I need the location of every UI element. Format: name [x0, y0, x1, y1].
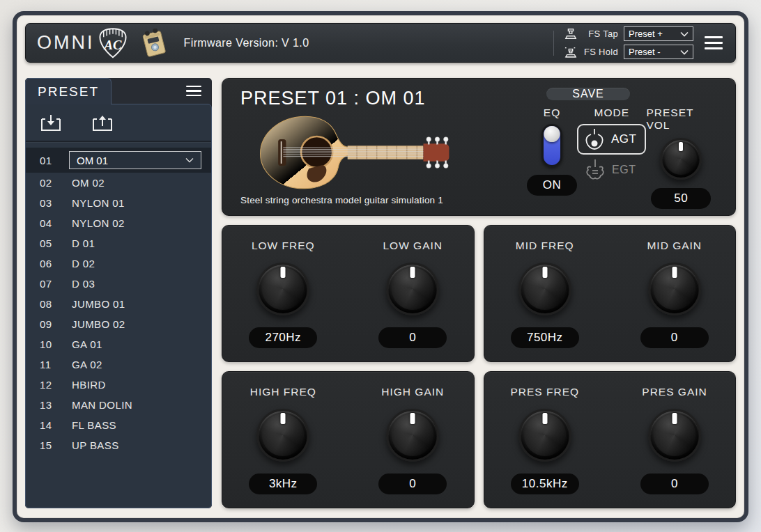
guitar-image: [240, 111, 470, 194]
preset-vol-group: PRESET VOL 50: [646, 107, 716, 209]
fs-hold-row: FS Hold Preset -: [564, 45, 693, 59]
knob-value: 0: [378, 474, 447, 494]
knob-value: 750Hz: [511, 327, 579, 348]
preset-list-item[interactable]: 13 MAN DOLIN: [26, 395, 211, 415]
save-button[interactable]: SAVE: [546, 88, 630, 100]
preset-list-item[interactable]: 02 OM 02: [26, 173, 211, 193]
preset-name: D 01: [72, 237, 95, 249]
preset-list-item-selected[interactable]: 01 OM 01: [26, 148, 211, 173]
mode-option-agt[interactable]: AGT: [577, 124, 646, 155]
knob-group: LOW FREQ 270Hz: [249, 240, 317, 348]
preset-list-item[interactable]: 09 JUMBO 02: [26, 314, 211, 334]
preset-name: GA 02: [72, 359, 102, 370]
preset-name-dropdown[interactable]: OM 01: [69, 151, 201, 169]
knob-value: 10.5kHz: [511, 474, 579, 494]
firmware-version: Firmware Version: V 1.0: [184, 37, 309, 49]
knob-indicator: [281, 413, 286, 424]
preset-list-item[interactable]: 14 FL BASS: [26, 415, 211, 435]
fs-tap-value: Preset +: [629, 29, 663, 39]
low-freq-knob[interactable]: [256, 263, 309, 315]
eq-state-badge: ON: [527, 175, 577, 196]
preset-number: 09: [40, 318, 63, 330]
preset-title: PRESET 01 : OM 01: [240, 88, 509, 109]
preset-list-item[interactable]: 04 NYLON 02: [26, 213, 211, 233]
knob-indicator: [672, 267, 677, 278]
knob-label: LOW FREQ: [252, 240, 315, 252]
preset-description: Steel string orchestra model guitar simu…: [240, 195, 509, 207]
preset-name: UP BASS: [72, 439, 119, 451]
preset-vol-value: 50: [651, 188, 711, 209]
fs-hold-dropdown[interactable]: Preset -: [624, 45, 693, 59]
high-eq-panel: HIGH FREQ 3kHz HIGH GAIN 0: [222, 371, 475, 508]
eq-control-group: EQ ON: [527, 107, 577, 209]
preset-number: 06: [40, 258, 63, 269]
mid-freq-knob[interactable]: [518, 263, 571, 315]
eq-toggle-switch[interactable]: [541, 124, 562, 167]
preset-list-item[interactable]: 07 D 03: [26, 274, 211, 294]
knob-group: PRES FREQ 10.5kHz: [510, 386, 579, 494]
knob-value: 0: [378, 327, 447, 348]
preset-list-item[interactable]: 11 GA 02: [26, 354, 211, 375]
preset-vol-label: PRESET VOL: [646, 107, 716, 132]
preset-number: 01: [40, 155, 63, 166]
knob-label: HIGH GAIN: [381, 386, 444, 398]
svg-text:AC: AC: [103, 37, 121, 52]
preset-list-item[interactable]: 15 UP BASS: [26, 435, 211, 455]
preset-list: 01 OM 01 02 OM 02 03: [26, 142, 211, 461]
preset-name: HBIRD: [72, 379, 106, 391]
export-preset-button[interactable]: [91, 114, 114, 133]
mid-eq-panel: MID FREQ 750Hz MID GAIN 0: [484, 225, 737, 362]
header-bar: OMNI AC: [25, 23, 736, 63]
preset-name: JUMBO 01: [72, 298, 125, 310]
chevron-down-icon: [185, 157, 194, 163]
preset-number: 14: [40, 419, 63, 431]
knob-indicator: [542, 413, 547, 424]
preset-list-item[interactable]: 12 HBIRD: [26, 375, 211, 395]
knob-group: LOW GAIN 0: [378, 240, 447, 348]
preset-list-item[interactable]: 03 NYLON 01: [26, 193, 211, 213]
app-window: OMNI AC: [13, 11, 748, 522]
low-gain-knob[interactable]: [386, 263, 439, 315]
mode-agt-label: AGT: [611, 132, 636, 146]
tab-preset[interactable]: PRESET: [25, 78, 112, 104]
eq-toggle-knob: [544, 126, 560, 142]
electric-guitar-icon: [585, 159, 606, 181]
knob-indicator: [542, 267, 547, 278]
preset-name: GA 01: [72, 338, 102, 350]
pres-freq-knob[interactable]: [518, 409, 571, 462]
preset-number: 03: [40, 197, 63, 209]
preset-number: 10: [40, 338, 63, 350]
high-freq-knob[interactable]: [256, 409, 309, 462]
preset-number: 15: [40, 439, 63, 451]
preset-name: OM 01: [77, 155, 108, 166]
pedal-icon: [138, 29, 170, 58]
preset-name: OM 02: [72, 177, 105, 189]
preset-name: D 03: [72, 278, 95, 290]
knob-indicator: [281, 267, 286, 278]
preset-number: 07: [40, 278, 63, 290]
knob-value: 270Hz: [249, 327, 317, 348]
mode-option-egt[interactable]: EGT: [579, 155, 644, 181]
preset-list-item[interactable]: 05 D 01: [26, 233, 211, 253]
import-preset-button[interactable]: [40, 114, 62, 133]
mode-label: MODE: [594, 107, 629, 119]
knob-value: 0: [640, 474, 709, 494]
preset-menu-button[interactable]: [185, 83, 203, 100]
pres-gain-knob[interactable]: [648, 409, 701, 462]
fs-tap-dropdown[interactable]: Preset +: [624, 26, 693, 41]
knob-value: 3kHz: [249, 474, 317, 494]
fs-hold-value: Preset -: [629, 47, 661, 57]
high-gain-knob[interactable]: [386, 409, 439, 462]
mode-control-group: MODE AGT: [577, 107, 646, 209]
knob-label: MID FREQ: [516, 240, 574, 252]
preset-list-item[interactable]: 06 D 02: [26, 253, 211, 274]
presence-eq-panel: PRES FREQ 10.5kHz PRES GAIN 0: [484, 371, 737, 508]
main-menu-button[interactable]: [703, 33, 724, 52]
preset-vol-knob[interactable]: [660, 138, 702, 180]
preset-list-item[interactable]: 10 GA 01: [26, 334, 211, 354]
preset-list-item[interactable]: 08 JUMBO 01: [26, 294, 211, 314]
preset-list-panel: 01 OM 01 02 OM 02 03: [25, 104, 212, 508]
knob-value: 0: [640, 327, 709, 348]
preset-number: 05: [40, 237, 63, 249]
mid-gain-knob[interactable]: [648, 263, 701, 315]
